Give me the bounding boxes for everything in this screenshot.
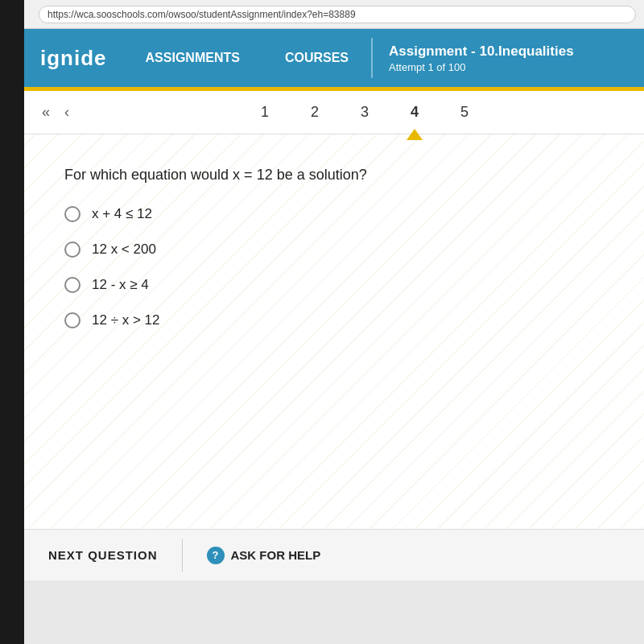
option-d-text: 12 ÷ x > 12 <box>92 312 159 328</box>
option-b-row[interactable]: 12 x < 200 <box>64 242 604 258</box>
nav-courses[interactable]: COURSES <box>262 29 371 87</box>
page-3[interactable]: 3 <box>356 101 374 124</box>
attempt-label: Attempt 1 of 100 <box>389 61 574 73</box>
page-5[interactable]: 5 <box>456 101 473 124</box>
option-d-radio[interactable] <box>64 312 80 328</box>
ask-help-label: ASK FOR HELP <box>231 548 321 562</box>
page-2[interactable]: 2 <box>306 101 324 124</box>
page-4[interactable]: 4 <box>406 101 423 124</box>
option-d-row[interactable]: 12 ÷ x > 12 <box>64 312 604 328</box>
nav-arrows: « ‹ <box>37 102 74 122</box>
option-c-text: 12 - x ≥ 4 <box>92 277 149 293</box>
active-page-indicator <box>407 129 423 140</box>
site-logo: ignide <box>24 46 123 71</box>
address-bar: https://wca.sooschools.com/owsoo/student… <box>39 6 636 23</box>
browser-bar: https://wca.sooschools.com/owsoo/student… <box>24 0 644 29</box>
option-b-text: 12 x < 200 <box>92 242 156 258</box>
left-edge-decoration <box>0 0 24 644</box>
option-a-row[interactable]: x + 4 ≤ 12 <box>64 206 604 222</box>
pagination-bar: « ‹ 1 2 3 4 5 <box>24 91 644 134</box>
option-c-radio[interactable] <box>64 277 80 293</box>
nav-bar: ignide ASSIGNMENTS COURSES Assignment - … <box>24 29 644 87</box>
option-a-radio[interactable] <box>64 206 80 222</box>
option-b-radio[interactable] <box>64 242 80 258</box>
help-icon: ? <box>207 547 225 564</box>
question-text: For which equation would x = 12 be a sol… <box>64 167 604 184</box>
option-c-row[interactable]: 12 - x ≥ 4 <box>64 277 604 293</box>
prev-page-button[interactable]: ‹ <box>60 102 74 122</box>
page-numbers: 1 2 3 4 5 <box>98 101 631 124</box>
nav-assignments[interactable]: ASSIGNMENTS <box>123 29 262 87</box>
option-a-text: x + 4 ≤ 12 <box>92 206 152 222</box>
page-1[interactable]: 1 <box>256 101 274 124</box>
main-content: For which equation would x = 12 be a sol… <box>24 134 644 529</box>
first-page-button[interactable]: « <box>37 102 55 122</box>
assignment-title: Assignment - 10.Inequalities <box>389 43 574 60</box>
ask-help-button[interactable]: ? ASK FOR HELP <box>207 547 321 564</box>
next-question-button[interactable]: NEXT QUESTION <box>48 548 158 562</box>
assignment-info: Assignment - 10.Inequalities Attempt 1 o… <box>373 43 590 73</box>
footer-divider <box>182 539 183 572</box>
footer-bar: NEXT QUESTION ? ASK FOR HELP <box>24 529 644 580</box>
